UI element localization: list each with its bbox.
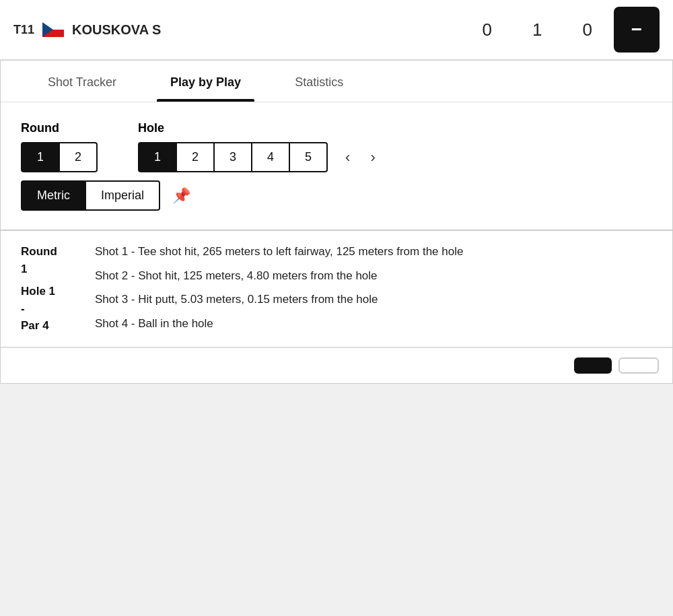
pbp-label-par: Par 4 bbox=[21, 317, 81, 335]
player-name: KOUSKOVA S bbox=[72, 22, 161, 38]
unit-metric-btn[interactable]: Metric bbox=[21, 180, 86, 211]
pbp-label-hole: Hole 1 bbox=[21, 283, 81, 300]
score-0: 0 bbox=[483, 20, 492, 40]
hole-btn-1[interactable]: 1 bbox=[138, 142, 177, 172]
hole-btn-4[interactable]: 4 bbox=[252, 142, 290, 172]
unit-imperial-btn[interactable]: Imperial bbox=[86, 180, 160, 211]
score-group: 0 1 0 bbox=[483, 20, 592, 40]
tab-play-by-play[interactable]: Play by Play bbox=[143, 61, 268, 102]
controls-row: Round 1 2 Hole 1 2 3 4 5 bbox=[21, 121, 652, 172]
flag-icon bbox=[42, 22, 64, 37]
round-control: Round 1 2 bbox=[21, 121, 98, 172]
pin-icon: 📌 bbox=[172, 187, 190, 204]
score-1: 1 bbox=[532, 20, 542, 40]
pbp-label-separator: - bbox=[21, 300, 81, 318]
pbp-shot-3: Shot 3 - Hit putt, 5.03 meters, 0.15 met… bbox=[95, 291, 652, 308]
bottom-dark-button[interactable] bbox=[574, 357, 612, 374]
round-btn-1[interactable]: 1 bbox=[21, 142, 60, 172]
hole-prev-btn[interactable]: ‹ bbox=[340, 145, 355, 170]
unit-row: Metric Imperial 📌 bbox=[21, 180, 652, 211]
pbp-table: Round 1 Hole 1 - Par 4 Shot 1 - Tee shot… bbox=[1, 230, 672, 347]
bottom-row bbox=[1, 347, 672, 383]
minus-button[interactable]: − bbox=[614, 7, 660, 53]
round-btn-2[interactable]: 2 bbox=[60, 142, 98, 172]
hole-btn-5[interactable]: 5 bbox=[290, 142, 328, 172]
pbp-shots: Shot 1 - Tee shot hit, 265 meters to lef… bbox=[95, 243, 652, 332]
tabs-row: Shot Tracker Play by Play Statistics bbox=[1, 61, 672, 102]
pbp-label-round-num: 1 bbox=[21, 261, 81, 278]
pbp-label-round: Round bbox=[21, 243, 81, 261]
minus-icon: − bbox=[631, 20, 642, 39]
hole-btn-group: 1 2 3 4 5 bbox=[138, 142, 328, 172]
main-container: Shot Tracker Play by Play Statistics Rou… bbox=[0, 60, 673, 384]
bottom-light-button[interactable] bbox=[618, 357, 659, 374]
pin-button[interactable]: 📌 bbox=[167, 183, 196, 209]
round-label: Round bbox=[21, 121, 98, 135]
hole-label: Hole bbox=[138, 121, 381, 135]
player-team: T11 bbox=[13, 23, 34, 37]
hole-btn-3[interactable]: 3 bbox=[215, 142, 252, 172]
hole-next-btn[interactable]: › bbox=[365, 145, 380, 170]
hole-control: Hole 1 2 3 4 5 ‹ › bbox=[138, 121, 381, 172]
pbp-shot-2: Shot 2 - Shot hit, 125 meters, 4.80 mete… bbox=[95, 267, 652, 285]
pbp-row: Round 1 Hole 1 - Par 4 Shot 1 - Tee shot… bbox=[1, 231, 672, 347]
tab-statistics[interactable]: Statistics bbox=[268, 61, 370, 102]
hole-nav-btns: ‹ › bbox=[340, 145, 381, 170]
score-2: 0 bbox=[583, 20, 592, 40]
pbp-shot-4: Shot 4 - Ball in the hole bbox=[95, 315, 652, 333]
controls-section: Round 1 2 Hole 1 2 3 4 5 bbox=[1, 102, 672, 217]
round-btn-group: 1 2 bbox=[21, 142, 98, 172]
pbp-shot-1: Shot 1 - Tee shot hit, 265 meters to lef… bbox=[95, 243, 652, 261]
pbp-row-label: Round 1 Hole 1 - Par 4 bbox=[21, 243, 81, 335]
player-header: T11 KOUSKOVA S 0 1 0 − bbox=[0, 0, 673, 60]
unit-btn-group: Metric Imperial bbox=[21, 180, 160, 211]
hole-btn-2[interactable]: 2 bbox=[177, 142, 215, 172]
tab-shot-tracker[interactable]: Shot Tracker bbox=[21, 61, 143, 102]
hole-group: 1 2 3 4 5 ‹ › bbox=[138, 142, 381, 172]
